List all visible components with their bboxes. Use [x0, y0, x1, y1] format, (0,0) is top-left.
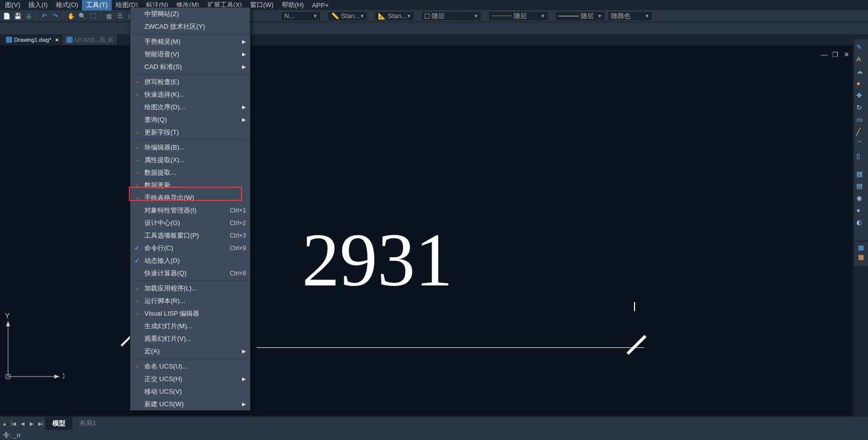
line-icon[interactable]: ╱	[856, 128, 865, 137]
menu-item-20[interactable]: 工具选项板窗口(P)Ctrl+3	[130, 229, 250, 242]
menu-item-11[interactable]: ▫更新字段(T)	[130, 126, 250, 138]
drawing-canvas[interactable]: 2931 X Y	[0, 45, 853, 416]
rect-icon[interactable]: ▭	[856, 116, 865, 125]
upd-icon: ▫	[133, 128, 141, 136]
combo-textstyle[interactable]: 📏 Stan...▼	[328, 11, 368, 21]
menu-help[interactable]: 帮助(H)	[278, 0, 308, 11]
menu-item-26[interactable]: ▫运行脚本(R)...	[130, 295, 250, 307]
menu-item-30[interactable]: 宏(A)▶	[130, 345, 250, 357]
menu-item-32[interactable]: ▫命名 UCS(U)...	[130, 360, 250, 373]
menu-item-0[interactable]: 中望网站(Z)	[130, 8, 250, 20]
menu-item-5[interactable]: CAD 标准(S)▶	[130, 60, 250, 73]
menu-item-1[interactable]: ZWCAD 技术社区(Y)	[130, 20, 250, 33]
text-icon[interactable]: A	[856, 55, 865, 64]
print-icon[interactable]: 🖨	[24, 12, 33, 21]
menu-item-13[interactable]: ▫块编辑器(B)...	[130, 141, 250, 154]
menu-item-23[interactable]: 快速计算器(Q)Ctrl+8	[130, 267, 250, 279]
menu-item-7[interactable]: ▫拼写检查(E)	[130, 76, 250, 88]
combo-linetype[interactable]: 随层▼	[488, 11, 548, 21]
layout-tabs: ▲ |◀ ◀ ▶ ▶| 模型 布局1	[0, 417, 868, 430]
menu-item-35[interactable]: 新建 UCS(W)▶	[130, 398, 250, 410]
menu-item-9[interactable]: 绘图次序(D)...▶	[130, 101, 250, 113]
move-icon[interactable]: ✥	[856, 92, 865, 101]
rotate-icon[interactable]: ↻	[856, 104, 865, 113]
menu-app[interactable]: APP+	[308, 1, 333, 10]
menu-item-16[interactable]: ▫数据更新...	[130, 179, 250, 191]
menu-item-3[interactable]: 手势精灵(M)▶	[130, 35, 250, 48]
scr-icon: ▫	[133, 297, 141, 305]
combo-layer-color[interactable]: 随层▼	[421, 11, 482, 21]
menu-item-27[interactable]: ▫Visual LISP 编辑器	[130, 307, 250, 320]
menu-item-34[interactable]: 移动 UCS(V)	[130, 385, 250, 398]
menu-insert[interactable]: 插入(I)	[24, 0, 51, 11]
tab-scroll-up-icon[interactable]: ▲	[0, 419, 9, 428]
sphere-icon[interactable]: ●	[856, 206, 865, 215]
close-tab-icon[interactable]: ×	[55, 37, 58, 43]
doc-tab-drawing1[interactable]: Drawing1.dwg* ×	[2, 35, 62, 45]
redo-icon[interactable]: ↷	[51, 12, 60, 21]
menu-item-33[interactable]: 正交 UCS(H)▶	[130, 373, 250, 385]
ext-icon: ▫	[133, 156, 141, 164]
doc-tab-lp02[interactable]: LP-02总...图_t8	[62, 35, 117, 45]
menu-item-14[interactable]: ▫属性提取(X)...	[130, 154, 250, 166]
layer-icon[interactable]: ▦	[104, 12, 113, 21]
model-tab[interactable]: 模型	[45, 417, 72, 430]
menu-item-21[interactable]: ✓命令行(C)Ctrl+9	[130, 242, 250, 254]
cloud-icon[interactable]: ☁	[856, 67, 865, 77]
circle-icon[interactable]: ◉	[856, 194, 865, 203]
layout1-tab[interactable]: 布局1	[72, 417, 103, 430]
save-icon[interactable]: 💾	[13, 12, 22, 21]
submenu-arrow-icon: ▶	[242, 64, 246, 69]
new-icon[interactable]: 📄	[2, 12, 11, 21]
menu-item-18[interactable]: 对象特性管理器(I)Ctrl+1	[130, 204, 250, 216]
menu-item-label: 正交 UCS(H)	[144, 375, 182, 384]
pencil-icon[interactable]: ✎	[856, 43, 865, 52]
misc-icon[interactable]: ◐	[856, 218, 865, 228]
arc-icon[interactable]: ⌒	[856, 140, 865, 149]
properties-icon[interactable]: ☰	[115, 12, 124, 21]
pan-icon[interactable]: ✋	[66, 12, 75, 21]
tab-next-icon[interactable]: ▶	[27, 419, 36, 428]
zoom-extents-icon[interactable]: ⛶	[89, 12, 98, 21]
hatch-icon[interactable]: ▨	[856, 170, 865, 179]
palette-icon-1[interactable]: ▦	[858, 244, 864, 251]
palette-icon-2[interactable]: ▦	[858, 253, 864, 261]
menu-item-22[interactable]: ✓动态输入(D)	[130, 254, 250, 267]
combo-layer-color-value: 随层	[432, 12, 445, 21]
separator	[101, 12, 101, 20]
grad-icon[interactable]: ▤	[856, 182, 865, 191]
combo-n[interactable]: N...▼	[281, 11, 321, 21]
combo-dimstyle[interactable]: 📐 Stan...▼	[374, 11, 415, 21]
menu-item-28[interactable]: 生成幻灯片(M)...	[130, 320, 250, 332]
close-button[interactable]: ✕	[842, 50, 850, 58]
menu-window[interactable]: 窗口(W)	[246, 0, 278, 11]
menu-tools[interactable]: 工具(T)	[82, 0, 112, 11]
menu-item-25[interactable]: ▫加载应用程序(L)...	[130, 282, 250, 295]
menu-item-17[interactable]: ▫手绘表格导出(W)	[130, 191, 250, 204]
combo-plotcolor-value: 随颜色	[611, 12, 630, 21]
submenu-arrow-icon: ▶	[242, 401, 246, 407]
menu-item-4[interactable]: 智能语音(V)▶	[130, 48, 250, 60]
tab-last-icon[interactable]: ▶|	[36, 419, 45, 428]
restore-button[interactable]: ❐	[831, 50, 839, 58]
tab-prev-icon[interactable]: ◀	[18, 419, 27, 428]
undo-icon[interactable]: ↶	[40, 12, 49, 21]
menu-item-15[interactable]: ▫数据提取...	[130, 166, 250, 179]
dot-icon[interactable]: ●	[856, 80, 865, 89]
rect2-icon[interactable]: ▯	[856, 152, 865, 161]
menu-view[interactable]: 图(V)	[1, 0, 24, 11]
combo-plotcolor[interactable]: 随颜色▼	[607, 11, 653, 21]
menu-format[interactable]: 格式(O)	[52, 0, 83, 11]
menu-item-19[interactable]: 设计中心(G)Ctrl+2	[130, 216, 250, 229]
menu-item-10[interactable]: 查询(Q)▶	[130, 113, 250, 126]
menu-item-label: CAD 标准(S)	[144, 62, 182, 71]
minimize-button[interactable]: —	[820, 50, 828, 58]
menu-item-29[interactable]: 观看幻灯片(V)...	[130, 332, 250, 345]
command-line[interactable]: 令: _u	[0, 430, 868, 440]
doc-tab-label: LP-02总...图_t8	[74, 36, 113, 44]
menu-item-label: 查询(Q)	[144, 115, 167, 124]
combo-lineweight[interactable]: 随层▼	[555, 11, 605, 21]
menu-item-8[interactable]: ▫快速选择(K)...	[130, 88, 250, 101]
tab-first-icon[interactable]: |◀	[9, 419, 18, 428]
zoom-icon[interactable]: 🔍	[77, 12, 87, 21]
